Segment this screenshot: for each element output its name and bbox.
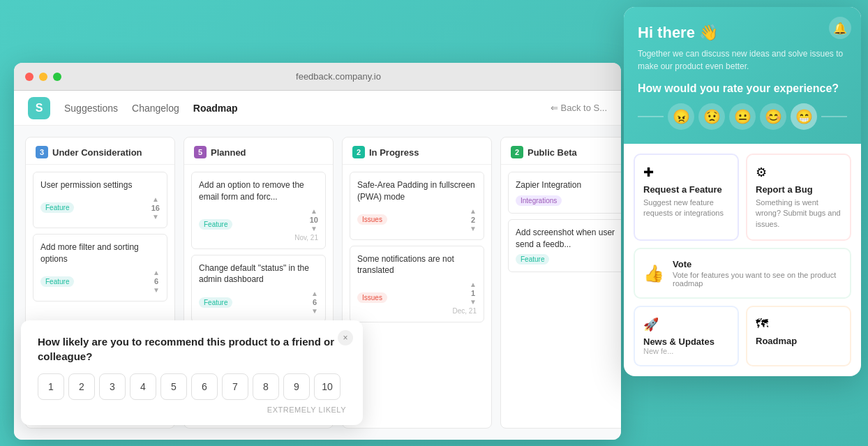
card-footer: Issues ▲ 1 ▼ Dec, 21 xyxy=(357,281,477,315)
card-tag: Feature xyxy=(40,276,74,287)
nps-label: EXTREMELY LIKELY xyxy=(38,406,346,414)
nps-2[interactable]: 2 xyxy=(68,373,95,400)
bell-button[interactable]: 🔔 xyxy=(829,17,851,39)
card-change-status[interactable]: Change default "status" in the admin das… xyxy=(191,255,326,323)
card-email-form[interactable]: Add an option to remove the email form a… xyxy=(191,172,326,249)
nav-changelog[interactable]: Changelog xyxy=(132,103,179,114)
card-tag: Feature xyxy=(199,219,232,230)
card-votes: ▲ 10 ▼ xyxy=(310,207,318,232)
vote-up-icon: ▲ xyxy=(470,281,477,288)
vote-up-icon: ▲ xyxy=(152,195,159,203)
card-votes: ▲ 6 ▼ xyxy=(153,269,160,294)
bug-gear-icon: ⚙ xyxy=(756,165,841,180)
nps-6[interactable]: 6 xyxy=(191,373,218,400)
kanban-col-in-progress: 2 In Progress Safe-Area Padding in fulls… xyxy=(342,137,492,429)
emoji-line-left xyxy=(638,116,664,117)
panel-header: 🔔 Hi there 👋 Together we can discuss new… xyxy=(624,7,861,144)
nps-10[interactable]: 10 xyxy=(314,373,341,400)
emoji-very-happy[interactable]: 😁 xyxy=(791,103,817,130)
card-footer: Feature ▲ 16 ▼ xyxy=(40,195,160,221)
card-title: User permission settings xyxy=(40,179,160,191)
browser-url: feedback.company.io xyxy=(67,71,610,82)
card-footer: Feature ▲ 6 ▼ xyxy=(199,290,318,315)
col-title-public-beta: Public Beta xyxy=(527,147,577,158)
col-title-in-progress: In Progress xyxy=(369,147,419,158)
nps-7[interactable]: 7 xyxy=(222,373,248,400)
nav-links: Suggestions Changelog Roadmap xyxy=(64,103,238,114)
col-title-planned: Planned xyxy=(211,147,246,158)
card-notifications-not-translated[interactable]: Some notifications are not translated Is… xyxy=(350,246,484,323)
app-logo: S xyxy=(28,97,50,119)
card-title: Some notifications are not translated xyxy=(357,253,477,277)
bug-card-desc: Something is went wrong? Submit bugs and… xyxy=(756,198,841,230)
kanban-col-public-beta: 2 Public Beta Zapier Integration Integra… xyxy=(500,137,621,429)
card-footer: Feature ▲ 6 ▼ xyxy=(40,269,160,294)
card-votes: ▲ 6 ▼ xyxy=(311,290,318,315)
col-header-public-beta: 2 Public Beta xyxy=(501,137,621,165)
emoji-unhappy[interactable]: 😟 xyxy=(698,103,725,130)
vote-up-icon: ▲ xyxy=(153,269,160,276)
card-title: Safe-Area Padding in fullscreen (PWA) mo… xyxy=(357,179,477,203)
report-bug-card[interactable]: ⚙ Report a Bug Something is went wrong? … xyxy=(746,154,851,241)
nps-4[interactable]: 4 xyxy=(130,373,156,400)
card-screenshot[interactable]: Add screenshot when user send a feedb...… xyxy=(508,219,621,273)
nps-9[interactable]: 9 xyxy=(283,373,310,400)
vote-desc: Vote for features you want to see on the… xyxy=(673,271,841,288)
card-votes: ▲ 1 ▼ xyxy=(470,281,477,306)
vote-down-icon: ▼ xyxy=(470,225,477,232)
card-date: Nov, 21 xyxy=(294,234,318,241)
card-filter-sorting[interactable]: Add more filter and sorting options Feat… xyxy=(33,234,167,302)
nav-roadmap[interactable]: Roadmap xyxy=(193,103,238,114)
nav-suggestions[interactable]: Suggestions xyxy=(64,103,118,114)
feedback-panel: 🔔 Hi there 👋 Together we can discuss new… xyxy=(624,7,861,376)
browser-dot-green[interactable] xyxy=(53,73,61,81)
emoji-neutral[interactable]: 😐 xyxy=(729,103,756,130)
nps-numbers: 1 2 3 4 5 6 7 8 9 10 xyxy=(38,373,346,400)
nps-close-button[interactable]: × xyxy=(338,330,353,345)
vote-count: 6 xyxy=(313,298,317,306)
vote-count: 10 xyxy=(310,216,318,224)
col-header-under-consideration: 3 Under Consideration xyxy=(26,137,174,165)
card-pwa-padding[interactable]: Safe-Area Padding in fullscreen (PWA) mo… xyxy=(350,172,484,240)
panel-rate-question: How would you rate your experience? xyxy=(638,82,847,95)
vote-down-icon: ▼ xyxy=(153,286,160,294)
vote-count: 6 xyxy=(154,277,158,285)
news-updates-card[interactable]: 🚀 News & Updates New fe... xyxy=(634,306,739,366)
vote-count: 1 xyxy=(471,289,475,297)
app-header: S Suggestions Changelog Roadmap ⇐ Back t… xyxy=(14,91,621,126)
emoji-happy[interactable]: 😊 xyxy=(760,103,786,130)
nps-3[interactable]: 3 xyxy=(99,373,126,400)
card-footer: Integrations xyxy=(516,195,621,206)
feature-card-title: Request a Feature xyxy=(643,184,729,195)
feature-plus-icon: ✚ xyxy=(643,165,729,180)
nps-1[interactable]: 1 xyxy=(38,373,64,400)
nps-5[interactable]: 5 xyxy=(160,373,187,400)
vote-up-icon: ▲ xyxy=(310,207,317,215)
nps-question: How likely are you to recommend this pro… xyxy=(38,334,346,364)
request-feature-card[interactable]: ✚ Request a Feature Suggest new feature … xyxy=(634,154,739,241)
vote-up-icon: ▲ xyxy=(311,290,318,297)
card-footer: Feature xyxy=(516,254,621,265)
panel-body: ✚ Request a Feature Suggest new feature … xyxy=(624,144,861,376)
news-rocket-icon: 🚀 xyxy=(643,317,729,332)
news-card-title: News & Updates xyxy=(643,336,729,347)
card-tag: Integrations xyxy=(516,195,562,206)
browser-dot-yellow[interactable] xyxy=(39,73,47,81)
browser-dot-red[interactable] xyxy=(25,73,33,81)
col-header-planned: 5 Planned xyxy=(184,137,333,165)
bell-icon: 🔔 xyxy=(833,22,847,35)
card-votes: ▲ 2 ▼ xyxy=(470,207,477,232)
vote-row[interactable]: 👍 Vote Vote for features you want to see… xyxy=(634,248,851,299)
nps-8[interactable]: 8 xyxy=(253,373,279,400)
vote-down-icon: ▼ xyxy=(311,307,318,315)
vote-count: 2 xyxy=(471,216,475,224)
card-zapier[interactable]: Zapier Integration Integrations xyxy=(508,172,621,214)
vote-count: 16 xyxy=(151,204,160,212)
card-user-permission[interactable]: User permission settings Feature ▲ 16 ▼ xyxy=(33,172,167,228)
card-footer: Feature ▲ 10 ▼ Nov, 21 xyxy=(199,207,318,241)
col-count-in-progress: 2 xyxy=(352,146,365,158)
news-card-sub: New fe... xyxy=(643,347,729,355)
roadmap-card[interactable]: 🗺 Roadmap xyxy=(746,306,851,366)
emoji-very-unhappy[interactable]: 😠 xyxy=(668,103,694,130)
back-link[interactable]: ⇐ Back to S... xyxy=(551,103,607,113)
